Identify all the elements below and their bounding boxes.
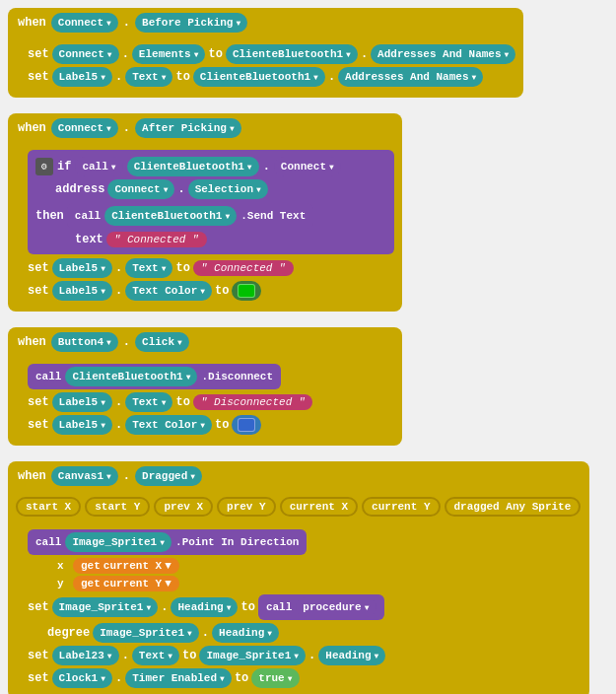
block3-body: call ClienteBluetooth1 .Disconnect set L…: [8, 357, 402, 446]
set-kw2: set: [28, 70, 49, 84]
set-kw-8: set: [28, 649, 49, 662]
call-point-direction-row: call Image_Sprite1 .Point In Direction: [28, 529, 582, 555]
block2-body: ⚙ if call ClienteBluetooth1 . Connect ad…: [8, 143, 402, 312]
label5-pill-3[interactable]: Label5: [52, 281, 112, 301]
connect-method-pill[interactable]: Connect: [274, 157, 341, 176]
connect-pill-1[interactable]: Connect: [52, 44, 119, 64]
set-label5-color-green-row: set Label5 . Text Color to: [28, 281, 394, 301]
canvas1-pill[interactable]: Canvas1: [51, 466, 118, 486]
clock1-pill[interactable]: Clock1: [52, 668, 112, 688]
text-pill-4[interactable]: Text: [132, 646, 179, 665]
text-color-pill-1[interactable]: Text Color: [125, 281, 212, 301]
when-label: when: [18, 16, 46, 30]
params-bar: start X start Y prev X prev Y current X …: [8, 491, 589, 522]
connect-component-pill[interactable]: Connect: [51, 13, 118, 33]
label5-pill-1[interactable]: Label5: [52, 67, 112, 87]
call-keyword-pill[interactable]: call: [75, 157, 122, 176]
if-header-row: ⚙ if call ClienteBluetooth1 . Connect: [35, 157, 386, 176]
elements-pill[interactable]: Elements: [132, 44, 206, 64]
dropdown-arrow-1: ▼: [165, 560, 171, 572]
set-label5-text-row: set Label5 . Text to ClienteBluetooth1 .…: [28, 67, 515, 87]
text-pill-3[interactable]: Text: [125, 392, 172, 412]
gear-icon[interactable]: ⚙: [35, 158, 53, 175]
label5-pill-2[interactable]: Label5: [52, 258, 112, 278]
before-picking-event-pill[interactable]: Before Picking: [135, 13, 247, 33]
call-kw-3: call: [35, 371, 61, 382]
set-clock1-row: set Clock1 . Timer Enabled to true: [28, 668, 582, 688]
send-text-method: .Send Text: [240, 210, 306, 222]
click-event-pill[interactable]: Click: [135, 332, 189, 352]
text-color-pill-2[interactable]: Text Color: [125, 415, 212, 435]
selection-pill[interactable]: Selection: [188, 179, 268, 199]
call-disconnect-row: call ClienteBluetooth1 .Disconnect: [28, 364, 394, 389]
connect-selection-pill[interactable]: Connect: [107, 179, 174, 199]
to-kw-6: to: [215, 418, 229, 432]
degree-kw: degree: [47, 626, 90, 640]
image-sprite1-pill-2[interactable]: Image_Sprite1: [52, 597, 159, 617]
set-label5-color-blue-row: set Label5 . Text Color to: [28, 415, 394, 435]
blue-color-swatch[interactable]: [232, 415, 261, 435]
connect-component-pill-2[interactable]: Connect: [51, 118, 118, 138]
heading-pill-3[interactable]: Heading: [318, 646, 385, 665]
address-row: address Connect . Selection: [55, 179, 386, 199]
x-label: x: [57, 560, 69, 572]
when-label-2: when: [18, 121, 46, 135]
params-row: start X start Y prev X prev Y current X …: [16, 497, 582, 517]
image-sprite1-pill-3[interactable]: Image_Sprite1: [93, 623, 199, 643]
block2-header: when Connect . After Picking: [8, 113, 402, 143]
true-pill[interactable]: true: [251, 668, 299, 688]
call-kw-5: call: [266, 601, 292, 613]
heading-pill-1[interactable]: Heading: [171, 597, 238, 617]
set-kw1: set: [28, 47, 49, 61]
block1-body: set Connect . Elements to ClienteBluetoo…: [8, 37, 523, 98]
dragged-event-pill[interactable]: Dragged: [135, 466, 202, 486]
get-current-y-pill[interactable]: get current Y ▼: [73, 576, 179, 591]
block4-header: when Canvas1 . Dragged: [8, 461, 589, 491]
block4-body: call Image_Sprite1 .Point In Direction x…: [8, 522, 589, 694]
label5-pill-5[interactable]: Label5: [52, 415, 112, 435]
label5-pill-4[interactable]: Label5: [52, 392, 112, 412]
heading-pill-2[interactable]: Heading: [212, 623, 279, 643]
clientebt1-pill-2[interactable]: ClienteBluetooth1: [193, 67, 325, 87]
clientebt1-pill-1[interactable]: ClienteBluetooth1: [226, 44, 358, 64]
text-row: text " Connected ": [75, 232, 386, 247]
block-connect-after-picking: when Connect . After Picking ⚙ if call C…: [8, 113, 402, 312]
text-pill-1[interactable]: Text: [125, 67, 172, 87]
connected-string-1: " Connected ": [106, 232, 207, 247]
dropdown-arrow-2: ▼: [165, 578, 171, 590]
blue-swatch-box: [238, 418, 255, 432]
param-current-y: current Y: [362, 497, 440, 517]
get-current-x-pill[interactable]: get current X ▼: [73, 558, 179, 574]
then-row: then call ClienteBluetooth1 .Send Text: [35, 203, 386, 229]
call-kw-2: call: [75, 210, 101, 222]
clientebt1-pill-3[interactable]: ClienteBluetooth1: [127, 157, 259, 176]
clientebt1-pill-4[interactable]: ClienteBluetooth1: [104, 206, 237, 226]
call-procedure-block: call procedure: [258, 594, 384, 620]
text-pill-2[interactable]: Text: [125, 258, 172, 278]
block-button4-click: when Button4 . Click call ClienteBluetoo…: [8, 327, 402, 446]
get-kw-1: get: [81, 560, 101, 572]
to-kw1: to: [208, 47, 222, 61]
clientebt1-pill-5[interactable]: ClienteBluetooth1: [65, 367, 197, 386]
call-disconnect-block: call ClienteBluetooth1 .Disconnect: [28, 364, 281, 389]
set-kw-3: set: [28, 261, 49, 275]
label23-pill[interactable]: Label23: [52, 646, 119, 665]
param-start-y: start Y: [85, 497, 150, 517]
to-kw-5: to: [175, 395, 189, 409]
image-sprite1-pill-1[interactable]: Image_Sprite1: [65, 532, 171, 552]
y-label: y: [57, 578, 69, 590]
green-color-swatch[interactable]: [232, 281, 261, 301]
disconnect-method: .Disconnect: [201, 371, 273, 382]
set-label23-row: set Label23 . Text to Image_Sprite1 . He…: [28, 646, 582, 665]
set-kw-9: set: [28, 671, 49, 685]
point-direction-method: .Point In Direction: [175, 536, 299, 548]
param-prev-y: prev Y: [217, 497, 276, 517]
param-prev-x: prev X: [154, 497, 213, 517]
button4-pill[interactable]: Button4: [51, 332, 118, 352]
image-sprite1-pill-4[interactable]: Image_Sprite1: [199, 646, 306, 665]
addresses-names-pill-2[interactable]: Addresses And Names: [338, 67, 483, 87]
timer-enabled-pill[interactable]: Timer Enabled: [125, 668, 232, 688]
addresses-names-pill-1[interactable]: Addresses And Names: [371, 44, 515, 64]
after-picking-event-pill[interactable]: After Picking: [135, 118, 241, 138]
procedure-pill[interactable]: procedure: [296, 597, 376, 617]
